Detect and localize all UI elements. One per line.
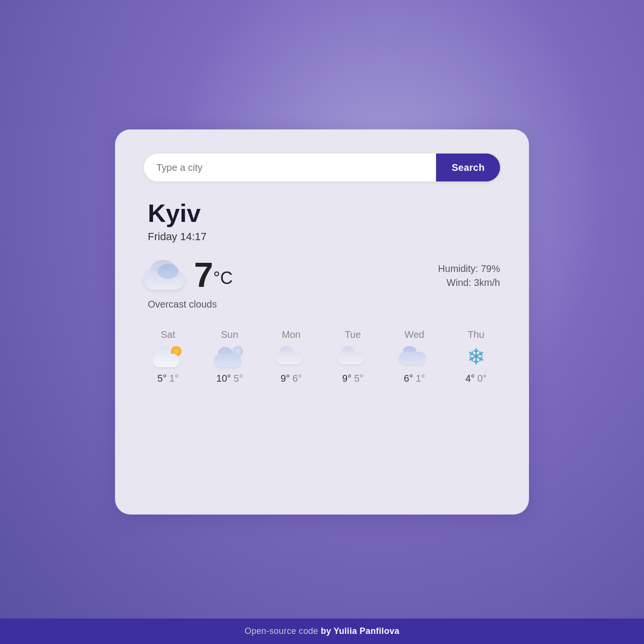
high-sat: 5° (157, 373, 167, 384)
forecast-day-sat: Sat 5° 1° (144, 329, 192, 384)
forecast-icon-sat (153, 345, 183, 368)
temperature: 7°C (194, 258, 232, 292)
footer-bar: Open-source code by Yuliia Panfilova (0, 618, 644, 644)
snowflake-icon: ❄ (461, 345, 491, 368)
humidity: Humidity: 79% (438, 263, 500, 274)
weather-card: Search Kyiv Friday 14:17 7°C Overcast cl… (115, 129, 529, 515)
footer-text: Open-source code (245, 626, 321, 636)
high-sun: 10° (217, 373, 231, 384)
forecast-day-tue: Tue 9° 5° (329, 329, 377, 384)
wind: Wind: 3km/h (438, 277, 500, 288)
forecast-day-wed: Wed 6° 1° (390, 329, 438, 384)
forecast-icon-mon (276, 345, 307, 368)
low-thu: 0° (477, 373, 487, 384)
forecast-icon-tue (337, 345, 368, 368)
search-input[interactable] (144, 154, 436, 181)
search-button[interactable]: Search (436, 154, 500, 181)
current-weather-icon (144, 258, 187, 292)
weather-description: Overcast clouds (148, 299, 232, 310)
datetime: Friday 14:17 (148, 231, 500, 243)
search-row: Search (144, 154, 500, 181)
high-mon: 9° (281, 373, 290, 384)
forecast-icon-thu: ❄ (461, 345, 491, 368)
forecast-icon-sun (214, 345, 245, 368)
current-right: Humidity: 79% Wind: 3km/h (438, 263, 500, 288)
city-name: Kyiv (148, 199, 500, 228)
high-tue: 9° (342, 373, 351, 384)
low-tue: 5° (354, 373, 363, 384)
low-mon: 6° (293, 373, 302, 384)
low-wed: 1° (416, 373, 425, 384)
forecast-day-sun: Sun 10° 5° (206, 329, 254, 384)
current-weather: 7°C Overcast clouds Humidity: 79% Wind: … (144, 258, 500, 310)
forecast-day-thu: Thu ❄ 4° 0° (452, 329, 500, 384)
temp-row: 7°C (144, 258, 232, 292)
current-left: 7°C Overcast clouds (144, 258, 232, 310)
forecast-day-mon: Mon 9° 6° (267, 329, 315, 384)
low-sat: 1° (169, 373, 179, 384)
forecast-icon-wed (399, 345, 430, 368)
footer-author: by Yuliia Panfilova (321, 626, 399, 636)
low-sun: 5° (233, 373, 243, 384)
high-thu: 4° (465, 373, 475, 384)
high-wed: 6° (404, 373, 413, 384)
forecast-row: Sat 5° 1° Sun (144, 329, 500, 384)
